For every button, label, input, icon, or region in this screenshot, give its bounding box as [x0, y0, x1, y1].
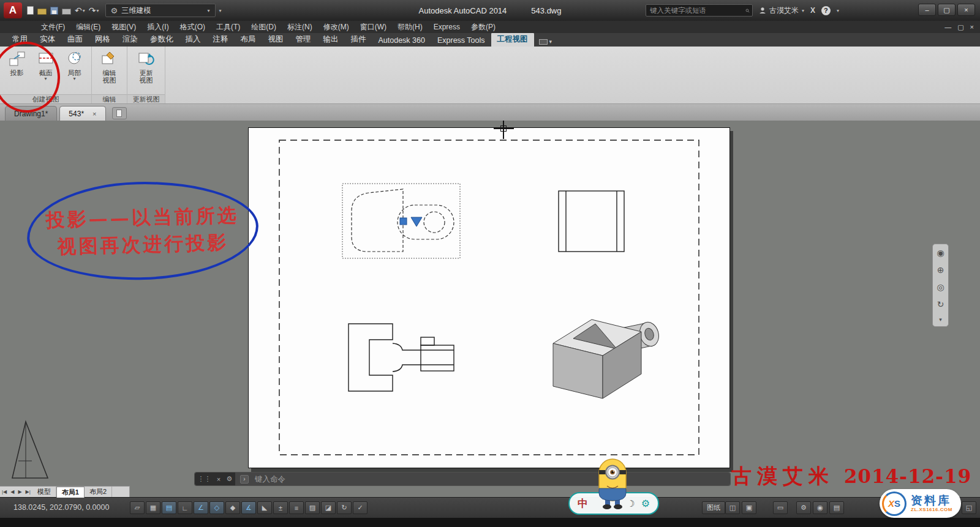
- view-top-selected[interactable]: [342, 184, 460, 258]
- plot-icon[interactable]: [62, 9, 71, 15]
- ime-language-indicator[interactable]: 中: [578, 496, 588, 510]
- tab-layout[interactable]: 布局: [235, 32, 262, 47]
- tab-model[interactable]: 模型: [32, 487, 56, 497]
- snap-toggle[interactable]: ▦: [146, 501, 160, 514]
- navbar-more-icon[interactable]: ▾: [939, 316, 942, 323]
- quick-properties-toggle[interactable]: ◪: [321, 501, 336, 514]
- layout-paper[interactable]: [248, 127, 730, 468]
- sign-in-menu[interactable]: 古漠艾米 ▾: [759, 6, 804, 16]
- save-icon[interactable]: [50, 7, 58, 15]
- tab-express-tools[interactable]: Express Tools: [431, 34, 491, 47]
- infocenter-search[interactable]: [646, 4, 753, 17]
- command-line[interactable]: ⋮⋮ × ⚙ ›: [195, 473, 730, 485]
- paper-model-button[interactable]: 图纸: [702, 501, 725, 514]
- prev-layout-icon[interactable]: ◀: [9, 489, 16, 495]
- tab-render[interactable]: 渲染: [116, 32, 144, 47]
- tab-manage[interactable]: 管理: [290, 32, 317, 47]
- menu-view[interactable]: 视图(V): [106, 21, 141, 34]
- undo-caret-icon[interactable]: ▾: [83, 8, 85, 13]
- transparency-toggle[interactable]: ▨: [305, 501, 320, 514]
- grip-square[interactable]: [400, 218, 407, 225]
- steering-wheel-icon[interactable]: ◉: [937, 248, 944, 258]
- menu-draw[interactable]: 绘图(D): [246, 21, 282, 34]
- ortho-toggle[interactable]: ∟: [178, 501, 192, 514]
- edit-view-button[interactable]: 编辑视图: [96, 50, 123, 84]
- tab-plugins[interactable]: 插件: [345, 32, 372, 47]
- tab-mesh[interactable]: 网格: [89, 32, 116, 47]
- exchange-apps-icon[interactable]: X: [810, 6, 815, 15]
- doc-close-icon[interactable]: ×: [970, 23, 974, 31]
- search-icon[interactable]: [745, 7, 750, 15]
- redo-button[interactable]: ↷▾: [89, 6, 99, 15]
- help-caret-icon[interactable]: ▾: [837, 8, 839, 13]
- close-tab-icon[interactable]: ×: [92, 110, 96, 118]
- clean-screen-icon[interactable]: ◱: [962, 501, 976, 514]
- tab-insert[interactable]: 插入: [179, 32, 207, 47]
- osnap-3d-toggle[interactable]: ◆: [225, 501, 240, 514]
- tab-autodesk360[interactable]: Autodesk 360: [372, 34, 431, 47]
- undo-button[interactable]: ↶▾: [75, 6, 85, 15]
- doc-restore-icon[interactable]: ▢: [957, 23, 963, 31]
- selection-cycling-toggle[interactable]: ↻: [337, 501, 352, 514]
- menu-modify[interactable]: 修改(M): [318, 21, 355, 34]
- ime-settings-icon[interactable]: ⚙: [641, 498, 650, 509]
- ducs-toggle[interactable]: ◣: [257, 501, 272, 514]
- menu-format[interactable]: 格式(O): [175, 21, 211, 34]
- tab-annotate[interactable]: 注释: [207, 32, 235, 47]
- drawing-canvas[interactable]: 投影——以当前所选 视图再次进行投影 ◉ ⊕ ◎ ↻ ▾ ⋮⋮ × ⚙ ›: [0, 121, 980, 497]
- menu-dimension[interactable]: 标注(N): [282, 21, 318, 34]
- polar-toggle[interactable]: ∠: [194, 501, 208, 514]
- grip-triangle[interactable]: [411, 217, 422, 226]
- new-drawing-tab-button[interactable]: [112, 107, 127, 119]
- view-side[interactable]: [559, 191, 624, 252]
- minimize-button[interactable]: –: [918, 4, 936, 16]
- tab-drawing-views[interactable]: 工程视图: [491, 32, 534, 47]
- command-input-area[interactable]: ›: [235, 473, 730, 485]
- chevron-down-icon[interactable]: ▾: [73, 77, 75, 81]
- tray-lock-icon[interactable]: ▤: [829, 501, 844, 514]
- orbit-icon[interactable]: ↻: [937, 299, 944, 309]
- autocad-logo-icon[interactable]: A: [4, 2, 22, 18]
- customize-icon[interactable]: ⚙: [226, 475, 232, 483]
- menu-file[interactable]: 文件(F): [36, 21, 70, 34]
- tab-surface[interactable]: 曲面: [61, 32, 89, 47]
- qat-more-caret-icon[interactable]: ▾: [219, 8, 222, 13]
- next-layout-icon[interactable]: ▶: [16, 489, 23, 495]
- redo-caret-icon[interactable]: ▾: [96, 8, 99, 13]
- maximize-button[interactable]: ▢: [938, 4, 956, 16]
- annotation-scale-icon[interactable]: ▭: [773, 501, 788, 514]
- quick-view-layouts-icon[interactable]: ▣: [742, 501, 756, 514]
- close-icon[interactable]: ×: [217, 476, 221, 483]
- help-icon[interactable]: ?: [821, 6, 831, 15]
- menu-help[interactable]: 帮助(H): [392, 21, 428, 34]
- tab-parametric[interactable]: 参数化: [144, 32, 179, 47]
- view-front[interactable]: [349, 324, 454, 391]
- workspace-switcher[interactable]: ⚙ 三维建模 ▾: [105, 4, 216, 17]
- last-layout-icon[interactable]: ▶|: [24, 489, 32, 495]
- tab-layout2[interactable]: 布局2: [85, 487, 112, 497]
- dynamic-input-toggle[interactable]: ±: [273, 501, 288, 514]
- osnap-toggle[interactable]: ◇: [209, 501, 224, 514]
- doc-minimize-icon[interactable]: —: [944, 23, 951, 31]
- update-view-button[interactable]: 更新视图: [133, 50, 160, 84]
- ribbon-minimize-button[interactable]: ▾: [539, 39, 552, 45]
- zoom-icon[interactable]: ◎: [937, 282, 944, 292]
- tab-view[interactable]: 视图: [262, 32, 290, 47]
- first-layout-icon[interactable]: |◀: [0, 489, 9, 495]
- annotation-monitor-toggle[interactable]: ✓: [353, 501, 368, 514]
- menu-window[interactable]: 窗口(W): [355, 21, 392, 34]
- menu-edit[interactable]: 编辑(E): [70, 21, 106, 34]
- file-tab-543[interactable]: 543* ×: [59, 106, 105, 121]
- model-space-icon[interactable]: ◫: [725, 501, 740, 514]
- drag-handle-icon[interactable]: ⋮⋮: [198, 475, 211, 483]
- new-file-icon[interactable]: [27, 6, 34, 15]
- grid-toggle[interactable]: ▤: [162, 501, 176, 514]
- lineweight-toggle[interactable]: ≡: [289, 501, 304, 514]
- recent-commands-icon[interactable]: ›: [240, 475, 249, 484]
- tray-user-icon[interactable]: ◉: [813, 501, 827, 514]
- close-button[interactable]: ×: [957, 4, 975, 16]
- menu-express[interactable]: Express: [428, 21, 466, 32]
- tab-layout1[interactable]: 布局1: [56, 487, 85, 498]
- otrack-toggle[interactable]: ∡: [241, 501, 256, 514]
- search-input[interactable]: [649, 6, 745, 15]
